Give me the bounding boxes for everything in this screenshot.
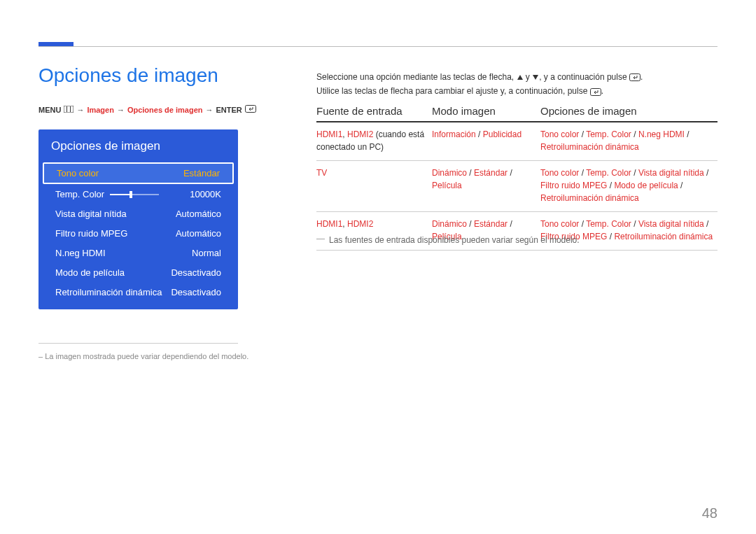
table-token: , — [342, 219, 347, 229]
table-token: / — [678, 181, 683, 190]
menu-item[interactable]: Tono colorEstándar — [43, 162, 234, 184]
options-table: Fuente de entrada Modo imagen Opciones d… — [316, 105, 718, 251]
intro-segment: y — [524, 72, 533, 82]
table-token: / — [579, 129, 586, 139]
table-header: Fuente de entrada Modo imagen Opciones d… — [316, 105, 718, 122]
enter-icon — [590, 88, 601, 96]
table-cell: Tono color / Temp. Color / Vista digital… — [540, 167, 718, 204]
menu-panel-title: Opciones de imagen — [38, 139, 238, 162]
table-token: / — [704, 168, 709, 178]
menu-item-value: 10000K — [190, 189, 221, 199]
arrow-down-icon — [532, 74, 539, 80]
table-token: Tono color — [540, 129, 579, 139]
breadcrumb-prefix: MENU — [38, 106, 61, 114]
arrow-icon: → — [76, 106, 84, 114]
menu-item[interactable]: Modo de películaDesactivado — [43, 263, 234, 282]
table-cell: Tono color / Temp. Color / N.neg HDMI / … — [540, 128, 718, 153]
table-footnote: Las fuentes de entrada disponibles puede… — [329, 235, 580, 245]
menu-item[interactable]: Filtro ruido MPEGAutomático — [43, 224, 234, 243]
table-token: / — [631, 219, 638, 229]
table-token: / — [476, 129, 483, 139]
enter-icon — [245, 105, 256, 114]
table-token: Dinámico — [432, 219, 467, 229]
table-token: / — [607, 181, 614, 190]
table-token: Filtro ruido MPEG — [540, 181, 607, 190]
table-token: Vista digital nítida — [638, 219, 704, 229]
table-token: Publicidad — [483, 129, 522, 139]
table-token: / — [631, 168, 638, 178]
header-rule — [38, 46, 718, 47]
menu-item-value: Automático — [176, 228, 221, 239]
table-token: Retroiluminación dinámica — [614, 232, 713, 241]
table-token: / — [685, 129, 690, 139]
th-modo: Modo imagen — [432, 105, 540, 117]
th-opciones: Opciones de imagen — [540, 105, 718, 117]
menu-item-label: Filtro ruido MPEG — [55, 228, 127, 239]
table-token: Tono color — [540, 168, 579, 178]
menu-item[interactable]: Retroiluminación dinámicaDesactivado — [43, 283, 234, 302]
menu-item-value: Automático — [176, 209, 221, 219]
table-token: Temp. Color — [586, 129, 631, 139]
panel-caption: – La imagen mostrada puede variar depend… — [38, 352, 248, 360]
table-token: / — [467, 219, 474, 229]
table-token: / — [579, 219, 586, 229]
table-token: Temp. Color — [586, 168, 631, 178]
table-token: / — [579, 168, 586, 178]
menu-item-value: Desactivado — [171, 287, 221, 297]
page-title: Opciones de imagen — [38, 64, 218, 87]
menu-item-value: Normal — [192, 248, 221, 258]
page-number: 48 — [702, 505, 718, 521]
menu-item-label: Temp. Color — [55, 189, 159, 199]
table-token: Modo de película — [614, 181, 678, 190]
table-token: / — [507, 219, 512, 229]
table-cell: HDMI1, HDMI2 (cuando está conectado un P… — [316, 128, 432, 153]
menu-item[interactable]: Temp. Color10000K — [43, 185, 234, 204]
intro-segment: Utilice las teclas de flecha para cambia… — [316, 86, 590, 96]
breadcrumb-suffix: ENTER — [216, 106, 242, 114]
arrow-icon: → — [206, 106, 214, 114]
th-fuente: Fuente de entrada — [316, 105, 432, 117]
menu-item-label: Retroiluminación dinámica — [55, 287, 162, 297]
arrow-up-icon — [517, 74, 524, 80]
table-row: HDMI1, HDMI2 (cuando está conectado un P… — [316, 122, 718, 161]
menu-item-label: Tono color — [57, 168, 99, 178]
intro-segment: , y a continuación pulse — [539, 72, 629, 82]
menu-item[interactable]: Vista digital nítidaAutomático — [43, 204, 234, 223]
breadcrumb-item-opciones: Opciones de imagen — [127, 106, 203, 114]
table-token: Temp. Color — [586, 219, 631, 229]
enter-icon — [629, 73, 640, 81]
table-token: Dinámico — [432, 168, 467, 178]
breadcrumb: MENU → Imagen → Opciones de imagen → ENT… — [38, 105, 256, 114]
table-token: Retroiluminación dinámica — [540, 142, 639, 152]
table-token: Película — [432, 181, 462, 190]
table-token: Información — [432, 129, 476, 139]
intro-segment: Seleccione una opción mediante las tecla… — [316, 72, 517, 82]
arrow-icon: → — [117, 106, 125, 114]
table-token: / — [631, 129, 638, 139]
table-token: HDMI1 — [316, 219, 342, 229]
table-token: Vista digital nítida — [638, 168, 704, 178]
menu-item-label: Modo de película — [55, 267, 125, 278]
table-cell: TV — [316, 167, 432, 204]
menu-item-value: Desactivado — [171, 267, 221, 278]
table-row: TVDinámico / Estándar / PelículaTono col… — [316, 161, 718, 212]
menu-item[interactable]: N.neg HDMINormal — [43, 244, 234, 262]
menu-icon — [64, 106, 74, 114]
table-token: HDMI1 — [316, 129, 342, 139]
svg-rect-0 — [64, 106, 74, 113]
menu-item-value: Estándar — [183, 168, 220, 178]
caption-rule — [38, 343, 238, 344]
table-token: / — [507, 168, 512, 178]
menu-item-label: N.neg HDMI — [55, 248, 106, 258]
table-token: / — [704, 219, 709, 229]
menu-panel: Opciones de imagen Tono colorEstándarTem… — [38, 129, 238, 309]
table-token: / — [607, 232, 614, 241]
breadcrumb-item-imagen: Imagen — [87, 106, 114, 114]
table-cell: Información / Publicidad — [432, 128, 540, 153]
slider-icon — [110, 194, 159, 195]
table-token: Retroiluminación dinámica — [540, 193, 639, 203]
table-token: HDMI2 — [347, 219, 373, 229]
table-token: N.neg HDMI — [638, 129, 685, 139]
table-token: HDMI2 — [347, 129, 373, 139]
table-token: , — [342, 129, 347, 139]
